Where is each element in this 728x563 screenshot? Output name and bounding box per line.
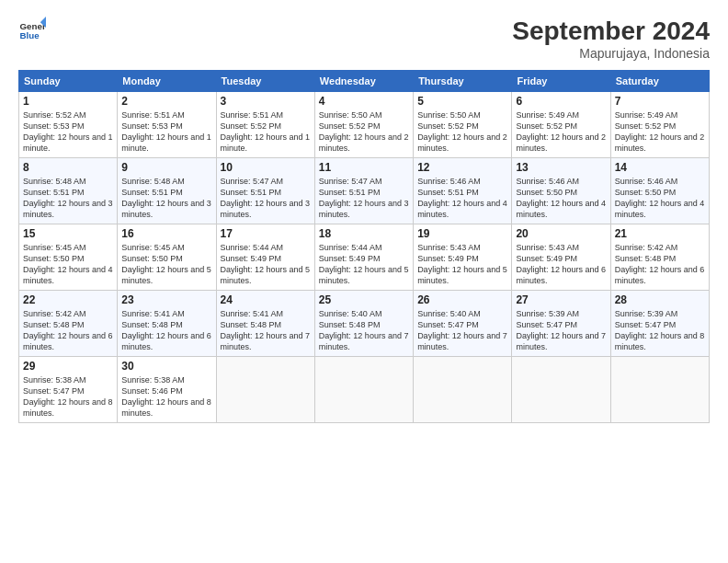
- day-number: 6: [516, 95, 606, 108]
- day-info: Sunrise: 5:47 AMSunset: 5:51 PMDaylight:…: [221, 177, 311, 219]
- day-info: Sunrise: 5:48 AMSunset: 5:51 PMDaylight:…: [23, 177, 113, 219]
- table-row: 29Sunrise: 5:38 AMSunset: 5:47 PMDayligh…: [19, 357, 118, 423]
- svg-text:Blue: Blue: [20, 30, 40, 40]
- title-block: September 2024 Mapurujaya, Indonesia: [512, 17, 710, 61]
- day-number: 4: [319, 95, 409, 108]
- table-row: 18Sunrise: 5:44 AMSunset: 5:49 PMDayligh…: [314, 224, 413, 291]
- day-info: Sunrise: 5:46 AMSunset: 5:50 PMDaylight:…: [615, 177, 705, 219]
- table-row: 1Sunrise: 5:52 AMSunset: 5:53 PMDaylight…: [19, 92, 118, 158]
- day-info: Sunrise: 5:43 AMSunset: 5:49 PMDaylight:…: [417, 243, 507, 285]
- day-number: 28: [615, 293, 705, 306]
- table-row: 17Sunrise: 5:44 AMSunset: 5:49 PMDayligh…: [216, 224, 314, 291]
- day-number: 10: [221, 161, 311, 174]
- table-row: 15Sunrise: 5:45 AMSunset: 5:50 PMDayligh…: [19, 224, 118, 291]
- col-tuesday: Tuesday: [216, 71, 314, 92]
- day-number: 20: [516, 227, 606, 240]
- month-title: September 2024: [512, 17, 710, 46]
- day-number: 29: [23, 360, 113, 373]
- table-row: 24Sunrise: 5:41 AMSunset: 5:48 PMDayligh…: [216, 291, 314, 357]
- header-row: Sunday Monday Tuesday Wednesday Thursday…: [19, 71, 710, 92]
- table-row: 3Sunrise: 5:51 AMSunset: 5:52 PMDaylight…: [216, 92, 314, 158]
- table-row: 9Sunrise: 5:48 AMSunset: 5:51 PMDaylight…: [118, 158, 216, 224]
- day-number: 11: [319, 161, 409, 174]
- day-info: Sunrise: 5:43 AMSunset: 5:49 PMDaylight:…: [516, 243, 606, 285]
- day-info: Sunrise: 5:38 AMSunset: 5:46 PMDaylight:…: [121, 375, 211, 418]
- day-number: 1: [23, 95, 113, 108]
- day-number: 21: [615, 227, 705, 240]
- day-number: 27: [516, 293, 606, 306]
- page: General Blue September 2024 Mapurujaya, …: [0, 0, 728, 563]
- table-row: 27Sunrise: 5:39 AMSunset: 5:47 PMDayligh…: [512, 291, 610, 357]
- day-number: 7: [615, 95, 705, 108]
- day-number: 5: [417, 95, 507, 108]
- header: General Blue September 2024 Mapurujaya, …: [18, 17, 710, 61]
- col-wednesday: Wednesday: [314, 71, 413, 92]
- day-info: Sunrise: 5:50 AMSunset: 5:52 PMDaylight:…: [319, 110, 409, 153]
- day-info: Sunrise: 5:38 AMSunset: 5:47 PMDaylight:…: [23, 375, 113, 418]
- day-number: 8: [23, 161, 113, 174]
- logo: General Blue: [18, 17, 46, 44]
- table-row: 30Sunrise: 5:38 AMSunset: 5:46 PMDayligh…: [118, 357, 216, 423]
- day-info: Sunrise: 5:40 AMSunset: 5:48 PMDaylight:…: [319, 309, 409, 351]
- day-info: Sunrise: 5:39 AMSunset: 5:47 PMDaylight:…: [615, 309, 705, 351]
- table-row: 21Sunrise: 5:42 AMSunset: 5:48 PMDayligh…: [610, 224, 709, 291]
- day-info: Sunrise: 5:47 AMSunset: 5:51 PMDaylight:…: [319, 177, 409, 219]
- table-row: [512, 357, 610, 423]
- day-number: 23: [121, 293, 211, 306]
- day-info: Sunrise: 5:42 AMSunset: 5:48 PMDaylight:…: [23, 309, 113, 351]
- week-row-1: 8Sunrise: 5:48 AMSunset: 5:51 PMDaylight…: [19, 158, 710, 224]
- table-row: 16Sunrise: 5:45 AMSunset: 5:50 PMDayligh…: [118, 224, 216, 291]
- col-saturday: Saturday: [610, 71, 709, 92]
- table-row: 7Sunrise: 5:49 AMSunset: 5:52 PMDaylight…: [610, 92, 709, 158]
- day-number: 30: [121, 360, 211, 373]
- day-number: 12: [417, 161, 507, 174]
- day-info: Sunrise: 5:39 AMSunset: 5:47 PMDaylight:…: [516, 309, 606, 351]
- table-row: 22Sunrise: 5:42 AMSunset: 5:48 PMDayligh…: [19, 291, 118, 357]
- day-number: 3: [221, 95, 311, 108]
- day-info: Sunrise: 5:48 AMSunset: 5:51 PMDaylight:…: [121, 177, 211, 219]
- day-number: 19: [417, 227, 507, 240]
- day-info: Sunrise: 5:52 AMSunset: 5:53 PMDaylight:…: [23, 110, 113, 153]
- day-number: 22: [23, 293, 113, 306]
- day-number: 26: [417, 293, 507, 306]
- table-row: 13Sunrise: 5:46 AMSunset: 5:50 PMDayligh…: [512, 158, 610, 224]
- day-info: Sunrise: 5:49 AMSunset: 5:52 PMDaylight:…: [516, 110, 606, 153]
- col-monday: Monday: [118, 71, 216, 92]
- day-info: Sunrise: 5:41 AMSunset: 5:48 PMDaylight:…: [221, 309, 311, 351]
- table-row: 4Sunrise: 5:50 AMSunset: 5:52 PMDaylight…: [314, 92, 413, 158]
- table-row: [216, 357, 314, 423]
- day-info: Sunrise: 5:44 AMSunset: 5:49 PMDaylight:…: [319, 243, 409, 285]
- table-row: 20Sunrise: 5:43 AMSunset: 5:49 PMDayligh…: [512, 224, 610, 291]
- table-row: 25Sunrise: 5:40 AMSunset: 5:48 PMDayligh…: [314, 291, 413, 357]
- day-number: 24: [221, 293, 311, 306]
- table-row: [314, 357, 413, 423]
- table-row: 5Sunrise: 5:50 AMSunset: 5:52 PMDaylight…: [414, 92, 512, 158]
- day-info: Sunrise: 5:45 AMSunset: 5:50 PMDaylight:…: [23, 243, 113, 285]
- day-info: Sunrise: 5:42 AMSunset: 5:48 PMDaylight:…: [615, 243, 705, 285]
- table-row: 11Sunrise: 5:47 AMSunset: 5:51 PMDayligh…: [314, 158, 413, 224]
- day-info: Sunrise: 5:50 AMSunset: 5:52 PMDaylight:…: [417, 110, 507, 153]
- table-row: 6Sunrise: 5:49 AMSunset: 5:52 PMDaylight…: [512, 92, 610, 158]
- day-number: 2: [121, 95, 211, 108]
- col-sunday: Sunday: [19, 71, 118, 92]
- col-thursday: Thursday: [414, 71, 512, 92]
- week-row-2: 15Sunrise: 5:45 AMSunset: 5:50 PMDayligh…: [19, 224, 710, 291]
- day-info: Sunrise: 5:44 AMSunset: 5:49 PMDaylight:…: [221, 243, 311, 285]
- week-row-0: 1Sunrise: 5:52 AMSunset: 5:53 PMDaylight…: [19, 92, 710, 158]
- col-friday: Friday: [512, 71, 610, 92]
- day-number: 9: [121, 161, 211, 174]
- calendar-table: Sunday Monday Tuesday Wednesday Thursday…: [18, 70, 710, 423]
- day-info: Sunrise: 5:41 AMSunset: 5:48 PMDaylight:…: [121, 309, 211, 351]
- day-number: 17: [221, 227, 311, 240]
- table-row: 28Sunrise: 5:39 AMSunset: 5:47 PMDayligh…: [610, 291, 709, 357]
- table-row: [414, 357, 512, 423]
- table-row: [610, 357, 709, 423]
- table-row: 12Sunrise: 5:46 AMSunset: 5:51 PMDayligh…: [414, 158, 512, 224]
- day-number: 13: [516, 161, 606, 174]
- table-row: 19Sunrise: 5:43 AMSunset: 5:49 PMDayligh…: [414, 224, 512, 291]
- day-number: 18: [319, 227, 409, 240]
- week-row-4: 29Sunrise: 5:38 AMSunset: 5:47 PMDayligh…: [19, 357, 710, 423]
- logo-icon: General Blue: [18, 17, 46, 44]
- day-info: Sunrise: 5:46 AMSunset: 5:51 PMDaylight:…: [417, 177, 507, 219]
- table-row: 14Sunrise: 5:46 AMSunset: 5:50 PMDayligh…: [610, 158, 709, 224]
